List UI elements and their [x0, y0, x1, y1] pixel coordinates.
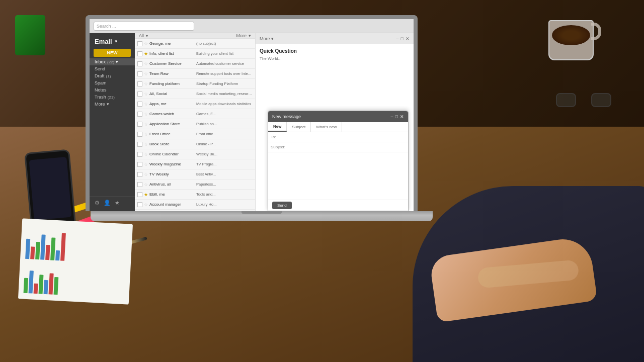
email-subject: Best Antiv... [196, 172, 253, 176]
filter-all-label[interactable]: All [139, 33, 144, 38]
star-icon[interactable]: ☆ [144, 41, 148, 46]
email-sender: Front Office [149, 132, 195, 136]
email-checkbox[interactable] [137, 122, 142, 127]
email-row[interactable]: ☆ Customer Service Automated customer se… [135, 59, 255, 69]
email-checkbox[interactable] [137, 192, 142, 197]
bar [35, 242, 40, 259]
star-icon[interactable]: ☆ [144, 92, 148, 97]
star-icon[interactable]: ☆ [144, 182, 148, 187]
email-checkbox[interactable] [137, 112, 142, 117]
preview-minimize-icon[interactable]: – [396, 36, 399, 41]
email-subject: Startup Funding Platform [196, 81, 253, 86]
email-row[interactable]: ☆ Weekly magazine TV Progra... [135, 159, 255, 169]
bar-chart-2 [24, 263, 126, 298]
search-box[interactable]: Search ... [94, 22, 194, 31]
star-icon[interactable]: ☆ [144, 122, 148, 127]
preview-close-icon[interactable]: ✕ [406, 36, 410, 41]
email-row[interactable]: ☆ Funding platform Startup Funding Platf… [135, 79, 255, 89]
email-checkbox[interactable] [137, 92, 142, 97]
settings-icon[interactable]: ⚙ [95, 200, 100, 206]
email-row[interactable]: ★ Ebill, me Tools and... [135, 190, 255, 200]
star-icon[interactable]: ★ [144, 51, 148, 56]
send-button[interactable]: Send [272, 202, 292, 209]
bar [53, 277, 58, 295]
email-checkbox[interactable] [137, 132, 142, 137]
star-icon[interactable]: ☆ [144, 112, 148, 117]
email-row[interactable]: ★ Info, client list Building your client… [135, 49, 255, 59]
new-email-button[interactable]: NEW [94, 49, 131, 57]
compose-tab-subject[interactable]: Subject [287, 122, 311, 132]
email-subject: Remote support tools over Internet [196, 71, 253, 76]
sidebar-item-draft[interactable]: Draft (1) [90, 72, 135, 79]
compose-tab-whatsnew[interactable]: What's new [311, 122, 342, 132]
email-subject: Games, F... [196, 112, 253, 116]
star-icon[interactable]: ☆ [144, 202, 148, 207]
preview-maximize-icon[interactable]: □ [401, 36, 404, 41]
sidebar-item-send[interactable]: Send [90, 65, 135, 72]
email-checkbox[interactable] [137, 172, 142, 177]
email-row[interactable]: ☆ Account manager Luxury Ho... [135, 200, 255, 210]
bar [45, 245, 50, 260]
email-checkbox[interactable] [137, 182, 142, 187]
email-row[interactable]: ☆ Application Store Publish an... [135, 119, 255, 129]
compose-body[interactable] [268, 152, 408, 183]
contacts-icon[interactable]: 👤 [104, 200, 111, 206]
compose-maximize-icon[interactable]: □ [395, 114, 398, 119]
email-row[interactable]: ☆ Front Office Front offic... [135, 129, 255, 139]
star-icon[interactable]: ☆ [144, 71, 148, 76]
email-checkbox[interactable] [137, 102, 142, 107]
email-client: Search ... Email ▼ NEW Inbox (22) ▾ [90, 19, 414, 211]
email-subject: Social media marketing, research... [196, 92, 253, 96]
email-row[interactable]: ☆ Online Calendar Weekly Bu... [135, 149, 255, 159]
star-icon[interactable]: ☆ [144, 152, 148, 157]
glasses-lens-left [556, 93, 576, 107]
star-icon[interactable]: ☆ [144, 61, 148, 66]
star-icon[interactable]: ☆ [144, 142, 148, 147]
filter-dropdown-arrow[interactable]: ▾ [146, 34, 148, 38]
email-checkbox[interactable] [137, 202, 142, 207]
compose-close-icon[interactable]: ✕ [400, 114, 404, 119]
more-dropdown-arrow[interactable]: ▾ [249, 33, 251, 38]
star-icon[interactable]: ☆ [144, 132, 148, 137]
more-label[interactable]: More [236, 33, 247, 38]
email-sender: Funding platform [149, 81, 195, 86]
email-subject: Front offic... [196, 132, 253, 136]
bar [29, 270, 34, 293]
email-list-header: All ▾ More ▾ [135, 33, 255, 39]
email-row[interactable]: ☆ All, Social Social media marketing, re… [135, 89, 255, 99]
compose-minimize-icon[interactable]: – [391, 114, 393, 119]
email-checkbox[interactable] [137, 51, 142, 56]
email-sender: Account manager [149, 202, 195, 207]
star-icon[interactable]: ☆ [144, 81, 148, 86]
email-row[interactable]: ☆ Book Store Online - P... [135, 139, 255, 149]
preview-more-btn[interactable]: More ▾ [260, 36, 274, 41]
sidebar-item-trash[interactable]: Trash (21) [90, 94, 135, 101]
to-label: To: [271, 135, 291, 139]
email-checkbox[interactable] [137, 152, 142, 157]
bar [40, 234, 46, 259]
sidebar-item-more[interactable]: More ▾ [90, 101, 135, 108]
star-icon[interactable]: ★ [115, 200, 120, 206]
email-checkbox[interactable] [137, 142, 142, 147]
email-row[interactable]: ☆ TV Weekly Best Antiv... [135, 169, 255, 179]
star-icon[interactable]: ☆ [144, 162, 148, 167]
star-icon[interactable]: ★ [144, 192, 148, 197]
compose-tab-new[interactable]: New [268, 122, 287, 132]
email-checkbox[interactable] [137, 61, 142, 66]
email-row[interactable]: ☆ Team Raw Remote support tools over Int… [135, 69, 255, 79]
email-checkbox[interactable] [137, 41, 142, 46]
star-icon[interactable]: ☆ [144, 102, 148, 107]
star-icon[interactable]: ☆ [144, 172, 148, 177]
main-area: Email ▼ NEW Inbox (22) ▾ Send Draft (1) [90, 33, 414, 211]
email-checkbox[interactable] [137, 81, 142, 86]
sidebar-item-inbox[interactable]: Inbox (22) ▾ [90, 58, 135, 65]
email-row[interactable]: ☆ Games watch Games, F... [135, 109, 255, 119]
email-row[interactable]: ☆ Apps, me Mobile apps downloads statist… [135, 99, 255, 109]
sidebar-item-spam[interactable]: Spam [90, 79, 135, 86]
sidebar-draft-label: Draft [95, 73, 105, 78]
sidebar-item-notes[interactable]: Notes [90, 86, 135, 94]
email-row[interactable]: ☆ George, me (no subject) [135, 39, 255, 49]
email-checkbox[interactable] [137, 162, 142, 167]
email-checkbox[interactable] [137, 71, 142, 76]
email-row[interactable]: ☆ Antivirus, all Paperless... [135, 179, 255, 190]
